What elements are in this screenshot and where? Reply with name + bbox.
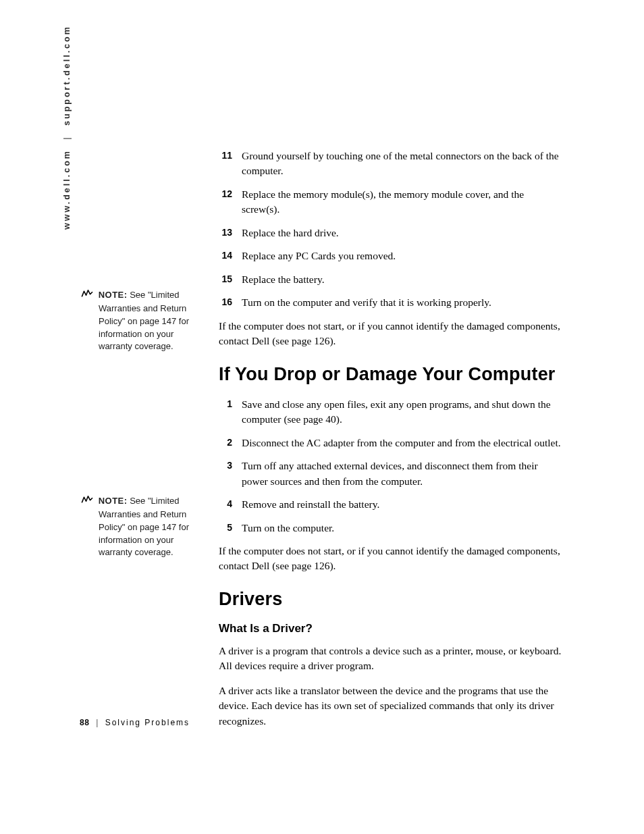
step-16: 16 Turn on the computer and verify that … (219, 295, 562, 310)
page-footer: 88 | Solving Problems (80, 718, 190, 727)
step-number: 14 (219, 249, 242, 263)
main-content: 11 Ground yourself by touching one of th… (219, 149, 562, 738)
step-text: Turn off any attached external devices, … (242, 459, 562, 489)
step-text: Replace the battery. (242, 272, 562, 287)
step-text: Replace the hard drive. (242, 226, 562, 240)
step-number: 4 (219, 497, 242, 512)
step-1: 1 Save and close any open files, exit an… (219, 397, 562, 427)
step-number: 13 (219, 226, 242, 240)
drivers-paragraph-1: A driver is a program that controls a de… (219, 644, 562, 674)
step-text: Turn on the computer and verify that it … (242, 295, 562, 310)
note-icon (81, 495, 93, 509)
note-1: NOTE: See "Limited Warranties and Return… (99, 289, 203, 353)
paragraph-after-steps-2: If the computer does not start, or if yo… (219, 544, 562, 574)
step-text: Ground yourself by touching one of the m… (242, 149, 562, 179)
step-number: 16 (219, 295, 242, 310)
page: www.dell.com | support.dell.com NOTE: Se… (0, 0, 644, 834)
step-text: Save and close any open files, exit any … (242, 397, 562, 427)
step-11: 11 Ground yourself by touching one of th… (219, 149, 562, 179)
side-url: www.dell.com | support.dell.com (62, 25, 72, 230)
step-text: Replace the memory module(s), the memory… (242, 187, 562, 217)
step-number: 5 (219, 521, 242, 536)
heading-drivers: Drivers (219, 589, 562, 610)
step-number: 1 (219, 397, 242, 427)
step-text: Turn on the computer. (242, 521, 562, 536)
note-2: NOTE: See "Limited Warranties and Return… (99, 495, 203, 559)
step-text: Replace any PC Cards you removed. (242, 249, 562, 263)
step-12: 12 Replace the memory module(s), the mem… (219, 187, 562, 217)
step-14: 14 Replace any PC Cards you removed. (219, 249, 562, 263)
step-13: 13 Replace the hard drive. (219, 226, 562, 240)
step-text: Remove and reinstall the battery. (242, 497, 562, 512)
side-url-right: support.dell.com (62, 25, 72, 126)
page-number: 88 (80, 718, 89, 727)
step-number: 15 (219, 272, 242, 287)
subheading-what-is-driver: What Is a Driver? (219, 622, 562, 635)
step-2: 2 Disconnect the AC adapter from the com… (219, 436, 562, 450)
note-icon (81, 289, 93, 303)
heading-drop-damage: If You Drop or Damage Your Computer (219, 364, 562, 385)
step-number: 3 (219, 459, 242, 489)
step-text: Disconnect the AC adapter from the compu… (242, 436, 562, 450)
step-number: 11 (219, 149, 242, 179)
note-label-2: NOTE: (99, 496, 128, 506)
note-label-1: NOTE: (99, 290, 128, 300)
step-4: 4 Remove and reinstall the battery. (219, 497, 562, 512)
drivers-paragraph-2: A driver acts like a translator between … (219, 683, 562, 729)
step-number: 12 (219, 187, 242, 217)
side-url-pipe: | (62, 135, 72, 139)
footer-section: Solving Problems (105, 718, 190, 727)
step-15: 15 Replace the battery. (219, 272, 562, 287)
step-5: 5 Turn on the computer. (219, 521, 562, 536)
footer-pipe: | (96, 718, 99, 727)
paragraph-after-steps-1: If the computer does not start, or if yo… (219, 319, 562, 349)
step-number: 2 (219, 436, 242, 450)
step-3: 3 Turn off any attached external devices… (219, 459, 562, 489)
side-url-left: www.dell.com (62, 149, 72, 230)
